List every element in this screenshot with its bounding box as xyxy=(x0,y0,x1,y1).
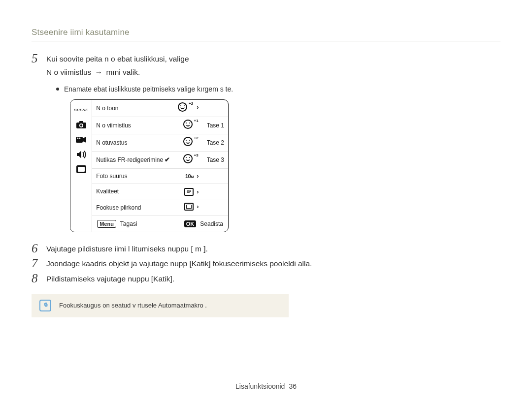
camera-menu-figure: SCENE xyxy=(70,99,229,232)
chevron-right-icon: › xyxy=(196,102,199,112)
scene-mode-icon: SCENE xyxy=(74,105,89,116)
face-icon xyxy=(183,154,193,163)
menu-row-focus-area: Fookuse piirkond › xyxy=(92,199,228,216)
menu-footer: MenuTagasi OKSeadista xyxy=(92,216,228,232)
display-icon xyxy=(74,164,89,175)
svg-point-3 xyxy=(80,124,82,126)
menu-row-face-retouch: N o viimistlus +1 Tase 1 xyxy=(92,117,228,134)
quality-icon: SF xyxy=(184,188,194,196)
step-number: 8 xyxy=(32,272,46,285)
option-level-2[interactable]: Tase 2 xyxy=(203,134,228,152)
step-5-bullet: Enamate ebat iuslikkuste peitmiseks vali… xyxy=(56,83,233,94)
step-5-line2: N o viimistlus → mıni valik. xyxy=(46,66,233,78)
size-10m-icon: 10M xyxy=(185,172,194,181)
menu-row-quality: Kvaliteet SF› xyxy=(92,184,228,199)
svg-point-5 xyxy=(77,137,78,139)
sound-icon xyxy=(74,149,89,160)
svg-rect-8 xyxy=(78,167,85,172)
step-5-line1: Kui soovite peita n o ebat iuslikkusi, v… xyxy=(46,53,233,64)
svg-rect-4 xyxy=(76,137,83,143)
menu-button-icon[interactable]: Menu xyxy=(97,220,116,228)
menu-row-face-detect: N otuvastus +2 Tase 2 xyxy=(92,134,228,152)
menu-row-face-tone: N o toon +2› xyxy=(92,100,228,117)
step-6: 6 Vajutage pildistusre iimi l litumiseks… xyxy=(32,243,500,255)
face-icon xyxy=(183,137,193,146)
arrow-icon: → xyxy=(94,68,104,76)
svg-point-6 xyxy=(79,137,80,139)
camera-icon xyxy=(74,120,89,130)
note-icon: ✎ xyxy=(39,300,51,311)
chevron-right-icon: › xyxy=(196,187,199,197)
focus-area-icon xyxy=(184,203,194,211)
chevron-right-icon: › xyxy=(196,202,199,212)
note-box: ✎ Fookuskaugus on seatud v rtusele Autom… xyxy=(32,294,289,317)
step-number: 7 xyxy=(32,257,46,270)
bullet-icon xyxy=(56,88,59,91)
face-icon xyxy=(178,102,187,112)
option-level-3[interactable]: Tase 3 xyxy=(203,152,228,169)
step-number: 5 xyxy=(32,52,46,65)
svg-rect-1 xyxy=(79,121,83,123)
step-5: 5 Kui soovite peita n o ebat iuslikkusi,… xyxy=(32,53,500,240)
step-7: 7 Joondage kaadris objekt ja vajutage nu… xyxy=(32,258,500,270)
face-icon xyxy=(183,120,193,129)
ok-button-icon[interactable]: OK xyxy=(184,220,197,227)
menu-row-smart-fr: Nutikas FR-redigeerimine✔ +3 Tase 3 xyxy=(92,152,228,169)
menu-table: N o toon +2› N o viimistlus +1 xyxy=(92,100,228,216)
section-title: Stseenire iimi kasutamine xyxy=(32,27,500,41)
option-level-1[interactable]: Tase 1 xyxy=(203,117,228,134)
check-icon: ✔ xyxy=(165,156,170,163)
menu-sidebar: SCENE xyxy=(70,100,92,232)
step-number: 6 xyxy=(32,242,46,255)
menu-row-photo-size: Foto suurus 10M› xyxy=(92,169,228,184)
chevron-right-icon: › xyxy=(196,171,199,181)
step-8: 8 Pildistamiseks vajutage nuppu [Katik]. xyxy=(32,273,500,285)
page-footer: Lisafunktsioonid36 xyxy=(0,382,532,390)
video-icon xyxy=(74,134,89,145)
